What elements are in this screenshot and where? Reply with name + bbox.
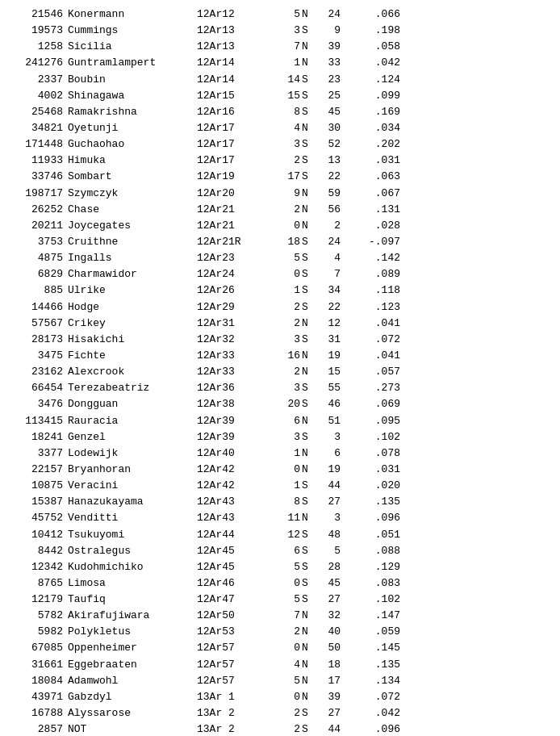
table-row: 8442 Ostralegus 12Ar45 6 S 5 .088 (3, 543, 557, 559)
cell-code: 12Ar42 (197, 462, 270, 478)
cell-id: 23162 (3, 364, 68, 380)
table-row: 16788 Alyssarose 13Ar 2 2 S 27 .042 (3, 705, 557, 721)
cell-code: 12Ar19 (197, 169, 270, 185)
table-row: 4002 Shinagawa 12Ar15 15 S 25 .099 (3, 88, 557, 104)
cell-name: Crikey (68, 316, 197, 332)
cell-name: Ostralegus (68, 543, 197, 559)
cell-name: Charmawidor (68, 266, 197, 282)
cell-n2: 59 (316, 186, 344, 202)
cell-val: .088 (344, 543, 400, 559)
table-row: 66454 Terezabeatriz 12Ar36 3 S 55 .273 (3, 380, 557, 396)
table-row: 3476 Dongguan 12Ar38 20 S 46 .069 (3, 396, 557, 412)
cell-name: Limosa (68, 575, 197, 592)
cell-ns: S (302, 494, 316, 510)
cell-ns: S (302, 478, 316, 494)
cell-name: Bryanhoran (68, 462, 197, 478)
cell-n2: 19 (316, 462, 344, 478)
cell-n2: 44 (316, 478, 344, 494)
cell-val: .057 (344, 364, 400, 380)
table-row: 4875 Ingalls 12Ar23 5 S 4 .142 (3, 250, 557, 266)
cell-n1: 2 (270, 364, 302, 380)
cell-ns: N (302, 608, 316, 624)
cell-code: 12Ar50 (197, 608, 270, 624)
cell-name: Akirafujiwara (68, 608, 197, 624)
cell-n2: 40 (316, 624, 344, 640)
cell-n1: 3 (270, 136, 302, 153)
cell-n2: 39 (316, 689, 344, 705)
cell-n2: 3 (316, 510, 344, 526)
cell-code: 12Ar14 (197, 72, 270, 88)
table-row: 25468 Ramakrishna 12Ar16 8 S 45 .169 (3, 104, 557, 120)
cell-name: Veracini (68, 478, 197, 494)
cell-id: 3753 (3, 234, 68, 250)
cell-n2: 17 (316, 673, 344, 689)
cell-n2: 50 (316, 640, 344, 656)
cell-n1: 7 (270, 39, 302, 55)
cell-n1: 20 (270, 396, 302, 412)
cell-n1: 2 (270, 299, 302, 316)
table-row: 3475 Fichte 12Ar33 16 N 19 .041 (3, 348, 557, 364)
cell-val: .020 (344, 478, 400, 494)
cell-code: 12Ar40 (197, 445, 270, 462)
cell-id: 45752 (3, 510, 68, 526)
cell-val: .042 (344, 705, 400, 721)
cell-n1: 7 (270, 608, 302, 624)
cell-ns: S (302, 72, 316, 88)
cell-ns: N (302, 348, 316, 364)
table-row: 8765 Limosa 12Ar46 0 S 45 .083 (3, 575, 557, 592)
table-row: 15387 Hanazukayama 12Ar43 8 S 27 .135 (3, 494, 557, 510)
cell-name: Boubin (68, 72, 197, 88)
cell-id: 6829 (3, 266, 68, 282)
cell-val: .041 (344, 348, 400, 364)
cell-n2: 27 (316, 592, 344, 608)
cell-n2: 22 (316, 169, 344, 185)
cell-name: Ulrike (68, 282, 197, 299)
cell-ns: S (302, 559, 316, 575)
cell-id: 2337 (3, 72, 68, 88)
cell-val: .072 (344, 689, 400, 705)
cell-id: 5982 (3, 624, 68, 640)
cell-ns: S (302, 266, 316, 282)
cell-n2: 19 (316, 348, 344, 364)
cell-code: 12Ar57 (197, 673, 270, 689)
cell-name: Konermann (68, 6, 197, 23)
cell-code: 12Ar21 (197, 218, 270, 234)
cell-val: .034 (344, 120, 400, 136)
cell-n1: 14 (270, 72, 302, 88)
cell-id: 4875 (3, 250, 68, 266)
cell-n1: 2 (270, 721, 302, 736)
cell-n1: 2 (270, 624, 302, 640)
cell-ns: S (302, 429, 316, 445)
cell-name: NOT (68, 721, 197, 736)
cell-n1: 6 (270, 543, 302, 559)
cell-id: 31661 (3, 657, 68, 673)
cell-val: .135 (344, 494, 400, 510)
cell-code: 12Ar21R (197, 234, 270, 250)
cell-n1: 2 (270, 202, 302, 218)
cell-n1: 5 (270, 673, 302, 689)
table-row: 57567 Crikey 12Ar31 2 N 12 .041 (3, 316, 557, 332)
cell-name: Fichte (68, 348, 197, 364)
table-row: 67085 Oppenheimer 12Ar57 0 N 50 .145 (3, 640, 557, 656)
cell-val: .142 (344, 250, 400, 266)
table-row: 171448 Guchaohao 12Ar17 3 S 52 .202 (3, 136, 557, 153)
cell-name: Cummings (68, 23, 197, 39)
cell-n2: 28 (316, 559, 344, 575)
cell-val: .063 (344, 169, 400, 185)
cell-name: Cruithne (68, 234, 197, 250)
table-row: 45752 Venditti 12Ar43 11 N 3 .096 (3, 510, 557, 526)
cell-ns: S (302, 527, 316, 543)
cell-n2: 45 (316, 104, 344, 120)
cell-code: 12Ar47 (197, 592, 270, 608)
cell-id: 20211 (3, 218, 68, 234)
cell-n1: 5 (270, 559, 302, 575)
cell-n1: 0 (270, 575, 302, 592)
table-row: 113415 Rauracia 12Ar39 6 N 51 .095 (3, 413, 557, 429)
cell-code: 13Ar 2 (197, 721, 270, 736)
cell-name: Rauracia (68, 413, 197, 429)
cell-name: Sicilia (68, 39, 197, 55)
cell-ns: S (302, 282, 316, 299)
cell-val: .096 (344, 721, 400, 736)
cell-n2: 24 (316, 234, 344, 250)
cell-code: 12Ar43 (197, 494, 270, 510)
